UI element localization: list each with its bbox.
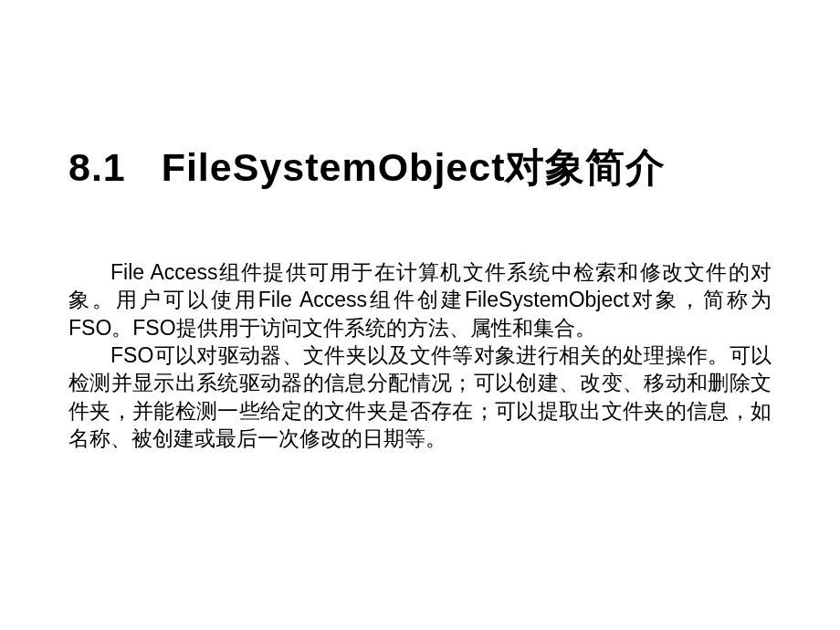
- document-page: 8.1 FileSystemObject对象简介 File Access组件提供…: [0, 0, 840, 453]
- body-paragraph-2: FSO可以对驱动器、文件夹以及文件等对象进行相关的处理操作。可以检测并显示出系统…: [68, 341, 772, 452]
- section-heading: 8.1 FileSystemObject对象简介: [68, 142, 772, 194]
- body-paragraph-1: File Access组件提供可用于在计算机文件系统中检索和修改文件的对象。用户…: [68, 258, 772, 341]
- section-number: 8.1: [68, 145, 126, 189]
- section-title: FileSystemObject对象简介: [162, 145, 667, 189]
